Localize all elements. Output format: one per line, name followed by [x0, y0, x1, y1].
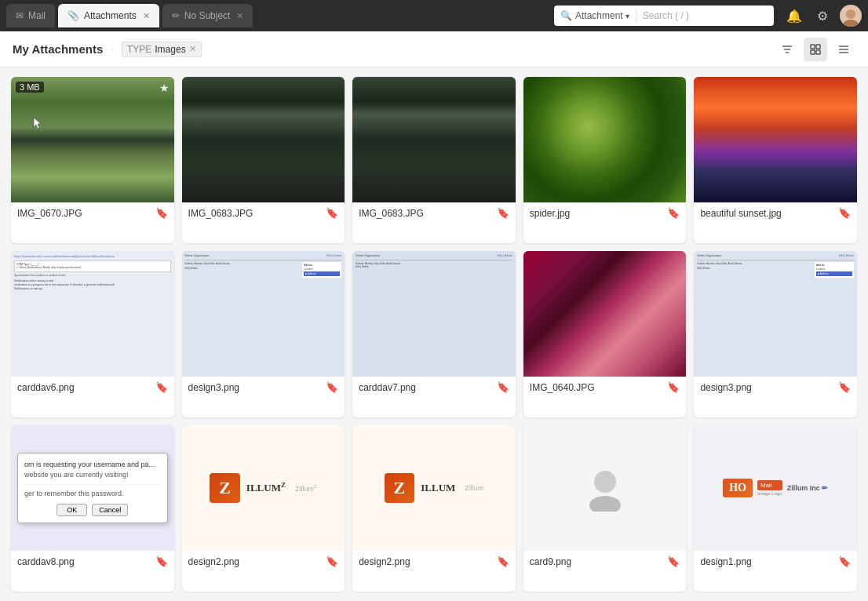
card-info: card9.png 🔖 [523, 551, 687, 574]
bookmark-button[interactable]: 🔖 [155, 381, 168, 393]
filter-icon [781, 43, 793, 56]
card-thumbnail [352, 77, 516, 202]
image-card[interactable]: ✉ ➤ ⬇ ⋮ beautiful sunset.jpg 🔖 [694, 77, 857, 243]
image-card[interactable]: https://contacts.zoho.com/carddav/rebecc… [11, 251, 174, 417]
card-thumbnail [694, 77, 857, 202]
search-type-chevron: ▾ [625, 12, 629, 20]
svg-point-0 [846, 9, 855, 19]
tab-no-subject-label: No Subject [184, 10, 231, 21]
card-filename: design3.png [188, 382, 326, 393]
card-thumbnail [523, 77, 687, 202]
page-title: My Attachments [13, 42, 103, 56]
bookmark-button[interactable]: 🔖 [667, 381, 680, 393]
svg-rect-7 [811, 50, 815, 54]
grid-icon [809, 43, 822, 56]
image-card[interactable]: Z ILLUM Zillum ✉ ➤ ⬇ ⋮ design2.png 🔖 [352, 425, 516, 592]
bookmark-button[interactable]: 🔖 [497, 207, 509, 219]
bookmark-button[interactable]: 🔖 [667, 207, 680, 219]
card-filename: carddav8.png [17, 556, 155, 567]
image-card[interactable]: Delete Organization Edit | Delete Kolkat… [182, 251, 345, 417]
search-icon: 🔍 [560, 10, 572, 21]
filter-key: TYPE [127, 44, 151, 55]
card-filename: carddav7.png [359, 382, 497, 393]
tab-no-subject[interactable]: ✏ No Subject ✕ [162, 4, 253, 27]
attachment-icon: 📎 [67, 10, 79, 21]
card-thumbnail: Delete Organization Edit | Delete Kolkat… [694, 251, 857, 377]
grid-view-button[interactable] [804, 38, 827, 61]
image-card[interactable]: ✉ ➤ ⬇ ⋮ IMG_0683.JPG 🔖 [182, 77, 345, 243]
search-bar[interactable]: 🔍 Attachment ▾ Search ( / ) [554, 5, 774, 26]
image-card[interactable]: ✉ ➤ ⬇ ⋮ card9.png 🔖 [523, 425, 687, 592]
search-type-label: Attachment [575, 10, 623, 21]
card-info: IMG_0670.JPG 🔖 [11, 202, 174, 225]
bookmark-button[interactable]: 🔖 [155, 207, 168, 219]
filter-button[interactable] [775, 38, 799, 61]
settings-icon[interactable]: ⚙ [811, 5, 833, 27]
image-card[interactable]: ✉ ➤ ⬇ ⋮ spider.jpg 🔖 [523, 77, 687, 243]
card-filename: design2.png [188, 556, 326, 567]
top-bar: ✉ Mail 📎 Attachments ✕ ✏ No Subject ✕ 🔍 … [0, 0, 868, 31]
card-filename: beautiful sunset.jpg [700, 208, 838, 219]
card-thumbnail [523, 425, 687, 551]
tab-mail-label: Mail [28, 10, 46, 21]
tab-attachments-close[interactable]: ✕ [143, 11, 150, 21]
card-info: spider.jpg 🔖 [523, 202, 687, 225]
bookmark-button[interactable]: 🔖 [838, 207, 851, 219]
list-view-button[interactable] [832, 38, 855, 61]
bookmark-button[interactable]: 🔖 [838, 555, 851, 567]
tab-no-subject-close[interactable]: ✕ [236, 11, 243, 21]
svg-point-1 [843, 20, 859, 27]
bookmark-button[interactable]: 🔖 [838, 381, 851, 393]
top-icons: 🔔 ⚙ [783, 5, 862, 27]
bookmark-button[interactable]: 🔖 [326, 207, 338, 219]
card-filename: IMG_0670.JPG [17, 208, 155, 219]
image-card[interactable]: Delete Organization Edit | Delete Kolkat… [694, 251, 857, 417]
file-size-badge: 3 MB [16, 82, 44, 93]
image-card[interactable]: ✉ ➤ ⬇ ⋮ IMG_0683.JPG 🔖 [352, 77, 516, 243]
card-filename: IMG_0683.JPG [188, 208, 326, 219]
card-thumbnail: 3 MB ★ [11, 77, 174, 202]
card-filename: IMG_0683.JPG [359, 208, 497, 219]
breadcrumb-separator: · [111, 43, 114, 55]
card-filename: IMG_0640.JPG [530, 382, 668, 393]
filter-remove-button[interactable]: ✕ [189, 44, 196, 54]
list-icon [837, 43, 850, 56]
card-info: design3.png 🔖 [694, 377, 857, 399]
card-info: design3.png 🔖 [182, 377, 345, 399]
star-button[interactable]: ★ [159, 82, 170, 94]
header-actions [775, 38, 855, 61]
image-card[interactable]: 3 MB ★ ✉ ➤ ⬇ ⋮ IMG_0670.JPG 🔖 [11, 77, 174, 243]
card-filename: design2.png [359, 556, 497, 567]
image-card[interactable]: HO Mail Image Logo Zillum Inc ✏ ✉ ➤ ⬇ ⋮ … [694, 425, 857, 592]
card-info: IMG_0640.JPG 🔖 [523, 377, 687, 399]
bookmark-button[interactable]: 🔖 [667, 555, 680, 567]
tab-attachments-label: Attachments [84, 10, 137, 21]
bookmark-button[interactable]: 🔖 [155, 555, 168, 567]
card-info: carddav8.png 🔖 [11, 551, 174, 574]
image-card[interactable]: Z ILLUMZ ZillumZ ✉ ➤ ⬇ ⋮ design2.png 🔖 [182, 425, 345, 592]
search-type-selector[interactable]: Attachment ▾ [575, 10, 636, 21]
card-thumbnail: Z ILLUMZ ZillumZ [182, 425, 345, 551]
notifications-icon[interactable]: 🔔 [783, 5, 805, 27]
user-avatar[interactable] [840, 5, 862, 27]
bookmark-button[interactable]: 🔖 [326, 555, 338, 567]
card-filename: carddav6.png [17, 382, 155, 393]
tab-attachments[interactable]: 📎 Attachments ✕ [58, 4, 159, 27]
card-info: design1.png 🔖 [694, 551, 857, 574]
image-card[interactable]: ✉ ➤ ⬇ ⋮ IMG_0640.JPG 🔖 [523, 251, 687, 417]
bookmark-button[interactable]: 🔖 [497, 555, 509, 567]
image-card[interactable]: Delete Organization Edit | Delete Kolkat… [352, 251, 516, 417]
svg-point-12 [594, 471, 616, 493]
image-card[interactable]: om is requesting your username and pa...… [11, 425, 174, 592]
card-filename: design3.png [700, 382, 838, 393]
bookmark-button[interactable]: 🔖 [497, 381, 509, 393]
card-info: carddav6.png 🔖 [11, 377, 174, 399]
card-thumbnail [523, 251, 687, 377]
card-thumbnail: HO Mail Image Logo Zillum Inc ✏ [694, 425, 857, 551]
tab-mail[interactable]: ✉ Mail [6, 4, 55, 27]
card-filename: design1.png [700, 556, 838, 567]
card-thumbnail: Delete Organization Edit | Delete Kolkat… [352, 251, 516, 377]
card-thumbnail: Delete Organization Edit | Delete Kolkat… [182, 251, 345, 377]
bookmark-button[interactable]: 🔖 [326, 381, 338, 393]
card-filename: card9.png [530, 556, 668, 567]
